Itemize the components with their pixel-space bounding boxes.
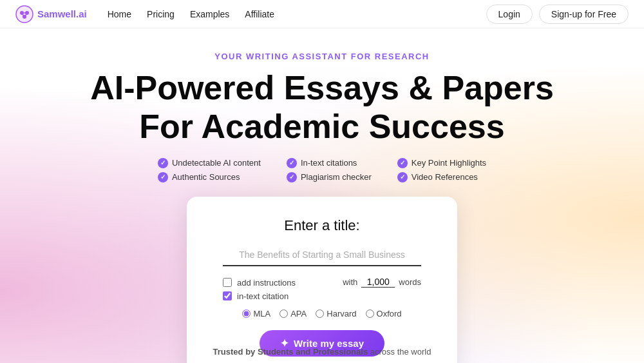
- radio-oxford[interactable]: [366, 309, 374, 318]
- card-title: Enter a title:: [284, 217, 359, 234]
- radio-apa[interactable]: [279, 309, 288, 318]
- radio-oxford-label[interactable]: Oxford: [366, 309, 402, 319]
- check-icon: [397, 172, 408, 182]
- radio-apa-text: APA: [290, 309, 307, 319]
- logo-icon: [15, 5, 33, 23]
- add-instructions-label: add instructions: [237, 278, 296, 288]
- feature-item: Video References: [397, 172, 486, 182]
- radio-mla-label[interactable]: MLA: [242, 309, 270, 319]
- nav-affiliate[interactable]: Affiliate: [245, 9, 274, 19]
- check-icon: [287, 158, 297, 168]
- feature-label: Key Point Highlights: [412, 158, 486, 168]
- words-input[interactable]: [361, 277, 395, 288]
- citation-style-row: MLA APA Harvard Oxford: [242, 309, 401, 319]
- radio-mla-text: MLA: [253, 309, 270, 319]
- radio-apa-label[interactable]: APA: [279, 309, 307, 319]
- check-icon: [397, 158, 408, 168]
- nav-links: Home Pricing Examples Affiliate: [108, 9, 274, 19]
- logo: Samwell.ai: [15, 5, 87, 23]
- with-label: with: [343, 277, 357, 287]
- hero-title-line2: For Academic Success: [139, 108, 504, 145]
- svg-point-1: [20, 11, 24, 15]
- feature-label: In-text citations: [301, 158, 357, 168]
- feature-item: In-text citations: [287, 158, 372, 168]
- feature-label: Plagiarism checker: [301, 172, 372, 182]
- trusted-text: Trusted by Students and Professionals ac…: [213, 347, 431, 357]
- navbar: Samwell.ai Home Pricing Examples Affilia…: [0, 0, 644, 28]
- check-icon: [158, 172, 168, 182]
- feature-item: Undetectable AI content: [158, 158, 261, 168]
- radio-oxford-text: Oxford: [377, 309, 402, 319]
- svg-point-0: [16, 6, 33, 23]
- hero-title-line1: AI-Powered Essays & Papers: [90, 69, 554, 106]
- check-icon: [158, 158, 168, 168]
- nav-left: Samwell.ai Home Pricing Examples Affilia…: [15, 5, 274, 23]
- radio-harvard-label[interactable]: Harvard: [316, 309, 356, 319]
- add-instructions-checkbox[interactable]: [223, 278, 232, 287]
- nav-home[interactable]: Home: [108, 9, 131, 19]
- tagline: YOUR WRITING ASSISTANT FOR RESEARCH: [214, 52, 429, 61]
- main-content: YOUR WRITING ASSISTANT FOR RESEARCH AI-P…: [0, 28, 644, 363]
- essay-card: Enter a title: add instructions with wor…: [187, 197, 457, 363]
- feature-item: Key Point Highlights: [397, 158, 486, 168]
- hero-title: AI-Powered Essays & Papers For Academic …: [90, 69, 554, 146]
- logo-text: Samwell.ai: [37, 8, 87, 19]
- feature-label: Undetectable AI content: [172, 158, 261, 168]
- nav-examples[interactable]: Examples: [190, 9, 229, 19]
- check-icon: [287, 172, 297, 182]
- nav-pricing[interactable]: Pricing: [147, 9, 175, 19]
- feature-label: Authentic Sources: [172, 172, 240, 182]
- in-text-citation-checkbox-row: in-text citation: [223, 291, 421, 301]
- nav-right: Login Sign-up for Free: [486, 5, 629, 24]
- radio-mla[interactable]: [242, 309, 251, 318]
- words-row: with words: [343, 277, 421, 288]
- in-text-citation-checkbox[interactable]: [223, 291, 232, 300]
- feature-label: Video References: [412, 172, 478, 182]
- radio-harvard[interactable]: [316, 309, 324, 318]
- signup-button[interactable]: Sign-up for Free: [539, 5, 629, 24]
- radio-harvard-text: Harvard: [327, 309, 356, 319]
- feature-item: Authentic Sources: [158, 172, 261, 182]
- features-grid: Undetectable AI content In-text citation…: [158, 158, 486, 182]
- add-instructions-checkbox-row: add instructions: [223, 278, 296, 288]
- login-button[interactable]: Login: [486, 5, 533, 24]
- essay-title-input[interactable]: [223, 247, 421, 266]
- feature-item: Plagiarism checker: [287, 172, 372, 182]
- words-label: words: [399, 277, 421, 287]
- in-text-citation-label: in-text citation: [237, 291, 289, 301]
